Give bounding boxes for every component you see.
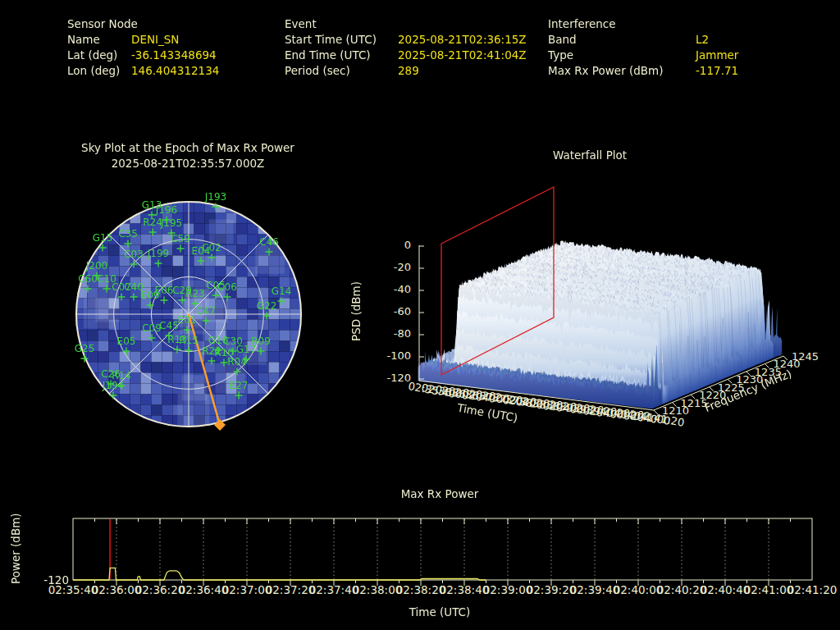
interference-band-value: L2 — [696, 32, 709, 48]
skyplot-subtitle: 2025-08-21T02:35:57.000Z — [39, 157, 336, 170]
panel-title: Event — [285, 16, 527, 32]
rfi-monitor-dashboard: G13J196R24J195J193G15C35C03J199C59E04C02… — [0, 0, 840, 630]
power-ytick-label: -120 — [33, 573, 69, 587]
power-plot-title: Max Rx Power — [358, 487, 522, 500]
event-end-value: 2025-08-21T02:41:04Z — [398, 48, 527, 63]
field-label: Lat (deg) — [67, 48, 131, 63]
sensor-lat-value: -36.143348694 — [131, 48, 217, 63]
sensor-node-panel: Sensor Node NameDENI_SN Lat (deg)-36.143… — [67, 16, 219, 79]
max-rx-power-value: -117.71 — [696, 63, 738, 79]
sensor-name-value: DENI_SN — [131, 32, 179, 48]
waterfall-title: Waterfall Plot — [508, 148, 672, 162]
field-label: End Time (UTC) — [285, 48, 398, 63]
field-label: Lon (deg) — [67, 63, 131, 79]
field-label: Name — [67, 32, 131, 48]
skyplot-title: Sky Plot at the Epoch of Max Rx Power — [39, 141, 336, 154]
power-x-axis-label: Time (UTC) — [358, 605, 522, 619]
field-label: Type — [548, 48, 696, 63]
interference-type-value: Jammer — [696, 48, 738, 63]
field-label: Period (sec) — [285, 63, 398, 79]
sensor-lon-value: 146.404312134 — [131, 63, 219, 79]
field-label: Start Time (UTC) — [285, 32, 398, 48]
power-y-axis-label: Power (dBm) — [9, 509, 22, 584]
field-label: Band — [548, 32, 696, 48]
waterfall-psd-axis-label: PSD (dBm) — [349, 274, 363, 341]
waterfall-surface-canvas — [0, 0, 840, 630]
event-period-value: 289 — [398, 63, 419, 79]
interference-panel: Interference BandL2 TypeJammer Max Rx Po… — [548, 16, 738, 79]
field-label: Max Rx Power (dBm) — [548, 63, 696, 79]
panel-title: Interference — [548, 16, 738, 32]
panel-title: Sensor Node — [67, 16, 219, 32]
event-start-value: 2025-08-21T02:36:15Z — [398, 32, 527, 48]
event-panel: Event Start Time (UTC)2025-08-21T02:36:1… — [285, 16, 527, 79]
